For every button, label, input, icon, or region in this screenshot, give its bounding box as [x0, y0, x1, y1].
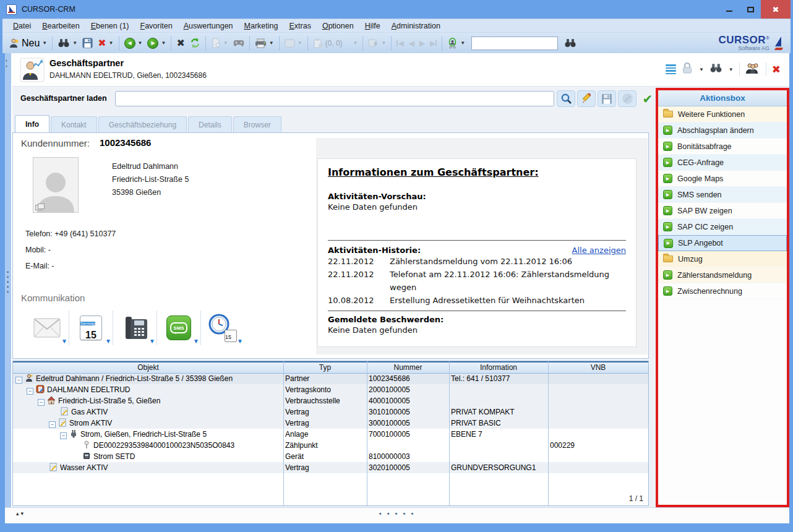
table-row[interactable]: Edeltrud Dahlmann / Friedrich-List-Straß…: [13, 373, 648, 384]
edit-button[interactable]: [577, 90, 596, 107]
col-objekt[interactable]: Objekt: [13, 362, 283, 373]
left-collapsed-panel[interactable]: ‹› •••••: [5, 53, 12, 507]
aktionsbox-item-ceg-anfrage[interactable]: ▶CEG-Anfrage: [658, 155, 787, 171]
table-row[interactable]: Gas AKTIV Vertrag3010100005PRIVAT KOMPAK…: [13, 406, 648, 418]
print-dropdown-caret[interactable]: ▼: [269, 40, 274, 46]
col-nummer[interactable]: Nummer: [367, 362, 449, 373]
lookup-button[interactable]: [557, 90, 575, 107]
splitter-handle-dots[interactable]: • • • • •: [379, 510, 415, 517]
new-document-button[interactable]: ▼: [208, 36, 231, 50]
collapse-icon[interactable]: [27, 388, 33, 395]
menu-datei[interactable]: Datei: [7, 20, 36, 32]
collapse-icon[interactable]: [38, 399, 45, 406]
task-dropdown-caret[interactable]: ▼: [237, 338, 243, 345]
record-search-button[interactable]: [709, 63, 722, 75]
tab-kontakt[interactable]: Kontakt: [51, 116, 97, 132]
aktionsbox-item-sap-bw[interactable]: ▶SAP BW zeigen: [658, 203, 787, 219]
col-typ[interactable]: Typ: [283, 362, 367, 373]
new-button[interactable]: Neu ▼: [6, 36, 49, 51]
search-button[interactable]: ▼: [55, 36, 80, 49]
collapse-icon[interactable]: [60, 432, 67, 439]
batch-process-button[interactable]: [231, 37, 247, 49]
col-vnb[interactable]: VNB: [548, 362, 648, 373]
aktionsbox-item-abschlagsplan[interactable]: ▶Abschlagsplan ändern: [658, 122, 787, 139]
aktionsbox-item-sap-cic[interactable]: ▶SAP CIC zeigen: [658, 219, 787, 235]
photo-overlay-icon[interactable]: [35, 205, 42, 210]
phone-action-button[interactable]: ▼: [113, 310, 156, 346]
appointment-action-button[interactable]: Samstag 15 ▼: [69, 310, 113, 346]
table-row[interactable]: DE000229353984000100023N5035O0843 Zählpu…: [13, 440, 648, 451]
person-search-button[interactable]: ▼: [445, 36, 468, 51]
sms-action-button[interactable]: SMS ▼: [157, 310, 200, 346]
close-record-button[interactable]: ✖: [174, 36, 187, 50]
nav-prev-button[interactable]: ◀: [406, 37, 417, 49]
tab-browser[interactable]: Browser: [233, 116, 281, 132]
refresh-button[interactable]: [187, 36, 203, 50]
sms-dropdown-caret[interactable]: ▼: [193, 338, 199, 345]
menu-optionen[interactable]: Optionen: [317, 20, 359, 32]
table-row[interactable]: Friedrich-List-Straße 5, Gießen Verbrauc…: [13, 395, 648, 406]
aktionsbox-item-zwischenrechnung[interactable]: ▶Zwischenrechnung: [658, 283, 787, 299]
forward-dropdown-caret[interactable]: ▼: [161, 40, 166, 46]
table-row[interactable]: Strom AKTIV Vertrag3000100005PRIVAT BASI…: [13, 418, 648, 429]
col-information[interactable]: Information: [449, 362, 548, 373]
menu-hilfe[interactable]: Hilfe: [359, 20, 386, 32]
collapse-icon[interactable]: [15, 377, 22, 384]
tab-info[interactable]: Info: [15, 115, 49, 132]
partner-load-input[interactable]: [115, 91, 554, 106]
lock-dropdown-caret[interactable]: ▼: [699, 67, 704, 72]
appointment-dropdown-caret[interactable]: ▼: [105, 338, 111, 345]
export-button[interactable]: ▼: [366, 36, 388, 49]
menu-administration[interactable]: Administration: [386, 20, 446, 32]
contacts-button[interactable]: [745, 62, 760, 77]
alle-anzeigen-link[interactable]: Alle anzeigen: [572, 246, 626, 255]
nav-first-button[interactable]: ◀: [394, 37, 406, 49]
table-row[interactable]: Strom, Gießen, Friedrich-List-Straße 5 A…: [13, 429, 648, 440]
maximize-button[interactable]: [740, 0, 761, 19]
table-row[interactable]: Strom SETD Gerät8100000003: [13, 451, 648, 462]
save-button[interactable]: [80, 36, 95, 50]
confirm-button[interactable]: ✔: [638, 90, 657, 107]
quick-search-input[interactable]: [471, 36, 558, 50]
task-action-button[interactable]: 15 ▼: [201, 310, 244, 346]
save-record-button[interactable]: [598, 90, 616, 107]
menu-favoriten[interactable]: Favoriten: [135, 20, 178, 32]
menu-extras[interactable]: Extras: [283, 20, 316, 32]
splitter-updown-icons[interactable]: ▴▾: [16, 510, 25, 517]
table-row[interactable]: Wasser AKTIV Vertrag3020100005GRUNDVERSO…: [13, 462, 648, 473]
email-dropdown-caret[interactable]: ▼: [61, 338, 67, 345]
close-entity-button[interactable]: ✖: [772, 63, 781, 76]
nav-last-button[interactable]: ▶: [427, 37, 439, 49]
forward-button[interactable]: ▶▼: [145, 36, 168, 51]
minimize-button[interactable]: [719, 0, 740, 19]
collapse-icon[interactable]: [49, 421, 56, 428]
aktionsbox-item-weitere-funktionen[interactable]: Weitere Funktionen: [658, 106, 787, 122]
list-menu-icon[interactable]: [666, 64, 676, 74]
aktionsbox-item-zaehlerstandsmeldung[interactable]: ▶Zählerstandsmeldung: [658, 267, 787, 283]
close-button[interactable]: ✖: [761, 0, 791, 19]
record-search-caret[interactable]: ▼: [729, 67, 734, 72]
aktionsbox-item-google-maps[interactable]: ▶Google Maps: [658, 171, 787, 187]
search-dropdown-caret[interactable]: ▼: [72, 40, 77, 46]
menu-marketing[interactable]: Marketing: [239, 20, 284, 32]
delete-dropdown-caret[interactable]: ▼: [109, 40, 114, 46]
print-button[interactable]: ▼: [252, 36, 276, 50]
aktionsbox-item-bonitaetsabfrage[interactable]: ▶Bonitätsabfrage: [658, 139, 787, 155]
menu-bearbeiten[interactable]: Bearbeiten: [36, 20, 85, 32]
cancel-button[interactable]: [618, 90, 637, 107]
person-search-caret[interactable]: ▼: [460, 40, 465, 46]
tab-geschaeftsbeziehung[interactable]: Geschäftsbeziehung: [98, 116, 187, 132]
tab-details[interactable]: Details: [188, 116, 232, 132]
selection-counter-button[interactable]: (0, 0) ▼: [311, 36, 361, 50]
delete-button[interactable]: ✖ ▼: [95, 36, 116, 50]
new-dropdown-caret[interactable]: ▼: [42, 40, 47, 46]
find-button[interactable]: [562, 36, 579, 49]
table-row[interactable]: DAHLMANN EDELTRUD Vertragskonto200010000…: [13, 384, 648, 395]
menu-auswertungen[interactable]: Auswertungen: [178, 20, 239, 32]
menu-ebenen[interactable]: Ebenen (1): [85, 20, 135, 32]
back-dropdown-caret[interactable]: ▼: [138, 40, 143, 46]
panel-collapse-icon[interactable]: ‹›: [6, 58, 7, 69]
aktionsbox-item-slp-angebot[interactable]: ▶SLP Angebot: [658, 235, 787, 251]
aktionsbox-item-sms-senden[interactable]: ▶SMS senden: [658, 187, 787, 203]
image-button[interactable]: ▼: [282, 37, 305, 49]
